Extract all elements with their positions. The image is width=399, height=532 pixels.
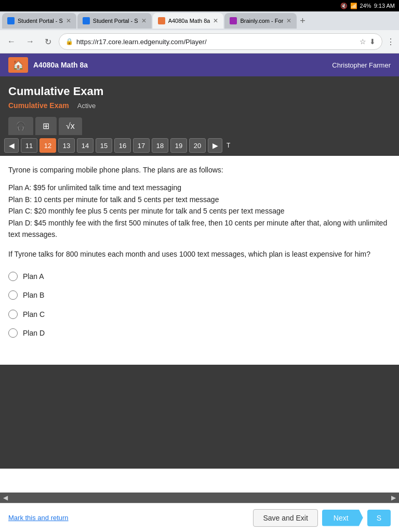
radio-option-d[interactable] (8, 328, 18, 338)
question-plans: Plan A: $95 for unlimited talk time and … (8, 182, 391, 240)
bookmark-icon[interactable]: ☆ (360, 37, 366, 46)
exam-subtitle: Cumulative Exam (8, 101, 69, 110)
option-a-label: Plan A (23, 271, 44, 282)
bottom-action-bar: Mark this and return Save and Exit Next … (0, 503, 399, 532)
toolbar: 🎧 ⊞ √x (0, 114, 399, 135)
question-15-button[interactable]: 15 (96, 138, 112, 153)
calculator-button[interactable]: ⊞ (35, 117, 57, 135)
formula-icon: √x (66, 122, 75, 130)
answer-options: Plan A Plan B Plan C Plan D (8, 271, 391, 339)
horizontal-scrollbar[interactable]: ◀ ▶ (0, 493, 399, 503)
option-c[interactable]: Plan C (8, 309, 391, 320)
address-bar-row: ← → ↻ 🔒 https://r17.core.learn.edgenuity… (0, 30, 399, 53)
option-d-label: Plan D (23, 327, 45, 339)
option-a[interactable]: Plan A (8, 271, 391, 282)
question-19-button[interactable]: 19 (170, 138, 187, 153)
tab-label-4: Brainly.com - For (240, 18, 283, 24)
option-b[interactable]: Plan B (8, 289, 391, 301)
mark-return-button[interactable]: Mark this and return (8, 514, 69, 522)
tab-favicon-4 (230, 17, 237, 24)
question-14-button[interactable]: 14 (77, 138, 94, 153)
tab-brainly[interactable]: Brainly.com - For ✕ (224, 13, 297, 29)
tab-bar: Student Portal - S ✕ Student Portal - S … (0, 11, 399, 30)
question-scenario: Tyrone is comparing mobile phone plans. … (8, 164, 391, 176)
submit-button[interactable]: S (367, 510, 391, 526)
url-display: https://r17.core.learn.edgenuity.com/Pla… (76, 38, 356, 46)
headphones-icon: 🎧 (16, 122, 26, 130)
plan-a-text: Plan A: $95 for unlimited talk time and … (8, 182, 391, 193)
app-header: 🏠 A4080a Math 8a Christopher Farmer (0, 54, 399, 76)
exam-title: Cumulative Exam (8, 85, 391, 98)
forward-button[interactable]: → (23, 36, 37, 47)
tab-close-1[interactable]: ✕ (66, 17, 71, 24)
tab-favicon-1 (7, 17, 15, 24)
audio-button[interactable]: 🎧 (8, 117, 33, 135)
radio-option-b[interactable] (8, 290, 18, 300)
user-name: Christopher Farmer (332, 61, 391, 69)
tab-label-2: Student Portal - S (93, 18, 138, 24)
question-12-button[interactable]: 12 (39, 138, 56, 153)
browser-chrome: Student Portal - S ✕ Student Portal - S … (0, 11, 399, 54)
download-icon[interactable]: ⬇ (369, 37, 376, 46)
tab-label-3: A4080a Math 8a (168, 18, 210, 24)
question-13-button[interactable]: 13 (58, 138, 75, 153)
tab-close-3[interactable]: ✕ (213, 17, 218, 24)
question-17-button[interactable]: 17 (133, 138, 150, 153)
status-icons: 🔇 📶 24% 9:13 AM (340, 3, 395, 9)
plan-c-text: Plan C: $20 monthly fee plus 5 cents per… (8, 205, 391, 217)
save-exit-button[interactable]: Save and Exit (253, 509, 317, 527)
app-header-left: 🏠 A4080a Math 8a (8, 57, 88, 73)
question-20-button[interactable]: 20 (189, 138, 206, 153)
address-bar[interactable]: 🔒 https://r17.core.learn.edgenuity.com/P… (59, 33, 382, 50)
option-c-label: Plan C (23, 309, 45, 320)
tab-favicon-3 (158, 17, 165, 24)
scroll-right-arrow[interactable]: ▶ (391, 494, 396, 501)
question-16-button[interactable]: 16 (114, 138, 131, 153)
secure-icon: 🔒 (65, 38, 73, 45)
plan-b-text: Plan B: 10 cents per minute for talk and… (8, 194, 391, 205)
status-bar: 🔇 📶 24% 9:13 AM (0, 0, 399, 11)
calculator-icon: ⊞ (43, 122, 49, 130)
question-18-button[interactable]: 18 (152, 138, 168, 153)
option-d[interactable]: Plan D (8, 327, 391, 339)
wifi-icon: 📶 (350, 3, 357, 9)
clock: 9:13 AM (374, 3, 395, 9)
question-11-button[interactable]: 11 (21, 138, 37, 153)
back-button[interactable]: ← (4, 36, 19, 47)
app-course-title: A4080a Math 8a (33, 61, 88, 69)
option-b-label: Plan B (23, 289, 44, 301)
tab-math[interactable]: A4080a Math 8a ✕ (153, 13, 224, 29)
bottom-actions: Save and Exit Next S (253, 509, 391, 527)
exam-status-badge: Active (77, 102, 96, 110)
radio-option-c[interactable] (8, 310, 18, 319)
next-question-button[interactable]: ▶ (208, 138, 222, 153)
scroll-left-arrow[interactable]: ◀ (3, 494, 8, 501)
dark-bottom-area (0, 365, 399, 469)
mute-icon: 🔇 (340, 3, 348, 9)
battery-level: 24% (360, 3, 371, 9)
tab-close-4[interactable]: ✕ (286, 17, 291, 24)
next-button[interactable]: Next (322, 510, 363, 526)
tab-favicon-2 (83, 17, 90, 24)
tab-student-portal-2[interactable]: Student Portal - S ✕ (77, 13, 152, 29)
exam-header: Cumulative Exam Cumulative Exam Active (0, 76, 399, 114)
tab-label-1: Student Portal - S (18, 18, 63, 24)
new-tab-button[interactable]: + (298, 16, 308, 26)
plan-d-text: Plan D: $45 monthly fee with the first 5… (8, 217, 391, 241)
tab-student-portal-1[interactable]: Student Portal - S ✕ (2, 13, 76, 29)
radio-option-a[interactable] (8, 272, 18, 281)
exam-subtitle-row: Cumulative Exam Active (8, 101, 391, 110)
browser-menu-icon[interactable]: ⋮ (387, 37, 395, 47)
tab-close-2[interactable]: ✕ (141, 17, 147, 24)
question-prompt: If Tyrone talks for 800 minutes each mon… (8, 248, 391, 260)
question-nav: ◀ 11 12 13 14 15 16 17 18 19 20 ▶ T (0, 135, 399, 156)
home-icon[interactable]: 🏠 (8, 57, 28, 73)
question-body: Tyrone is comparing mobile phone plans. … (0, 156, 399, 365)
formula-button[interactable]: √x (59, 117, 82, 135)
more-questions-indicator: T (224, 142, 232, 149)
prev-question-button[interactable]: ◀ (4, 138, 19, 153)
refresh-button[interactable]: ↻ (42, 36, 55, 48)
